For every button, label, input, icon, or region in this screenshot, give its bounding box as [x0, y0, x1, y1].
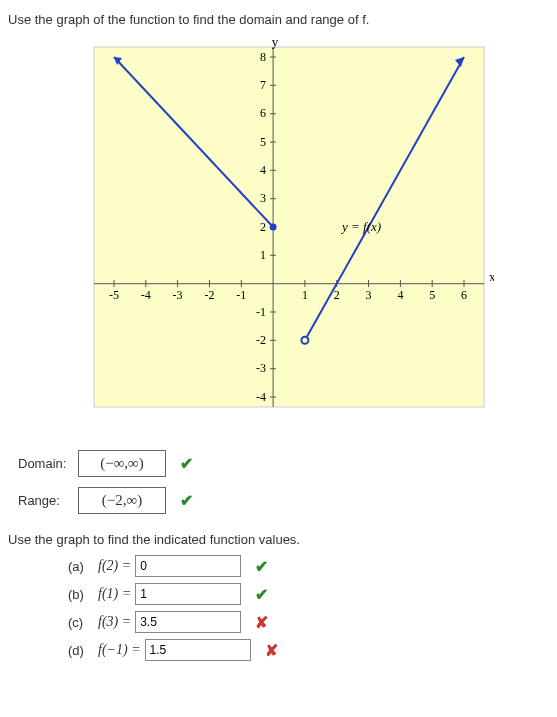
svg-text:1: 1 — [260, 248, 266, 262]
svg-text:-1: -1 — [236, 288, 246, 302]
part-d-input[interactable] — [145, 639, 251, 661]
svg-text:6: 6 — [260, 106, 266, 120]
part-b-input[interactable] — [135, 583, 241, 605]
graph: -5 -4 -3 -2 -1 1 2 3 4 5 6 8 7 6 5 4 3 2… — [64, 37, 494, 430]
open-circle — [301, 337, 308, 344]
svg-text:3: 3 — [365, 288, 371, 302]
part-b-letter: (b) — [68, 587, 98, 602]
svg-text:-3: -3 — [172, 288, 182, 302]
function-graph-svg: -5 -4 -3 -2 -1 1 2 3 4 5 6 8 7 6 5 4 3 2… — [64, 37, 494, 427]
part-b-expr: f(1) = — [98, 586, 131, 602]
svg-text:8: 8 — [260, 50, 266, 64]
check-icon — [255, 557, 268, 576]
cross-icon — [255, 613, 268, 632]
domain-label: Domain: — [18, 456, 78, 471]
svg-text:2: 2 — [333, 288, 339, 302]
svg-text:-4: -4 — [256, 390, 266, 404]
svg-text:-4: -4 — [140, 288, 150, 302]
x-label: x — [489, 269, 494, 284]
instruction-text-2: Use the graph to find the indicated func… — [8, 532, 549, 547]
svg-text:-5: -5 — [109, 288, 119, 302]
vertex-point — [269, 224, 276, 231]
cross-icon — [265, 641, 278, 660]
range-answer-box[interactable]: (−2,∞) — [78, 487, 166, 514]
part-d-expr: f(−1) = — [98, 642, 141, 658]
svg-text:6: 6 — [461, 288, 467, 302]
part-c-input[interactable] — [135, 611, 241, 633]
svg-text:5: 5 — [260, 135, 266, 149]
svg-text:-1: -1 — [256, 305, 266, 319]
svg-text:2: 2 — [260, 220, 266, 234]
y-label: y — [271, 37, 278, 49]
svg-text:3: 3 — [260, 191, 266, 205]
svg-text:1: 1 — [301, 288, 307, 302]
svg-text:5: 5 — [429, 288, 435, 302]
domain-answer-box[interactable]: (−∞,∞) — [78, 450, 166, 477]
svg-text:7: 7 — [260, 78, 266, 92]
svg-text:-2: -2 — [204, 288, 214, 302]
part-a-letter: (a) — [68, 559, 98, 574]
part-a-expr: f(2) = — [98, 558, 131, 574]
check-icon — [180, 491, 193, 510]
svg-text:4: 4 — [397, 288, 403, 302]
svg-text:-3: -3 — [256, 361, 266, 375]
svg-text:-2: -2 — [256, 333, 266, 347]
part-a-input[interactable] — [135, 555, 241, 577]
check-icon — [255, 585, 268, 604]
part-c-letter: (c) — [68, 615, 98, 630]
svg-text:4: 4 — [260, 163, 266, 177]
part-c-expr: f(3) = — [98, 614, 131, 630]
check-icon — [180, 454, 193, 473]
function-label: y = f(x) — [340, 219, 381, 234]
range-label: Range: — [18, 493, 78, 508]
part-d-letter: (d) — [68, 643, 98, 658]
instruction-text: Use the graph of the function to find th… — [8, 12, 549, 27]
plot-background — [94, 47, 484, 407]
